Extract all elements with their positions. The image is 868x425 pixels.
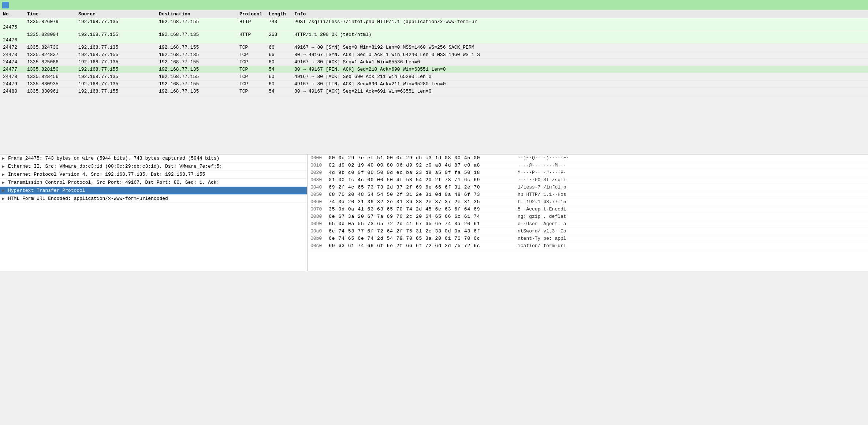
hex-offset: 00b0 [310, 236, 329, 241]
table-row[interactable]: 24480 1335.830961 192.168.77.155 192.168… [0, 88, 868, 95]
hex-offset: 0040 [310, 184, 329, 190]
packet-length: 60 [267, 81, 293, 87]
filter-bar [0, 0, 868, 10]
hex-row: 0010 02 d9 02 19 40 00 80 06 d9 92 c0 a8… [308, 162, 868, 169]
packet-info: 80 → 49167 [SYN, ACK] Seq=0 Ack=1 Win=64… [293, 52, 868, 57]
packet-source: 192.168.77.155 [77, 67, 157, 72]
packet-info: 49167 → 80 [ACK] Seq=1 Ack=1 Win=65536 L… [293, 59, 868, 65]
detail-row[interactable]: ▶ Hypertext Transfer Protocol [0, 187, 307, 195]
hex-ascii: ···L··PO ST /sqli [518, 177, 566, 183]
packet-protocol: HTTP [238, 32, 267, 43]
packet-length: 263 [267, 32, 293, 43]
packet-time: 1335.825086 [26, 59, 77, 65]
packet-no: 24479 [0, 81, 26, 87]
packet-no: 24473 [0, 52, 26, 57]
packet-length: 66 [267, 52, 293, 57]
detail-text: Internet Protocol Version 4, Src: 192.16… [8, 172, 305, 177]
expand-icon: ▶ [2, 196, 8, 201]
hex-row: 0050 68 70 20 48 54 54 50 2f 31 2e 31 0d… [308, 191, 868, 198]
header-no: No. [0, 11, 26, 17]
packet-dest: 192.168.77.155 [157, 45, 238, 50]
packet-info: 80 → 49167 [ACK] Seq=211 Ack=691 Win=635… [293, 89, 868, 94]
table-row[interactable]: 24472 1335.824730 192.168.77.135 192.168… [0, 44, 868, 51]
hex-offset: 0050 [310, 192, 329, 197]
hex-offset: 0010 [310, 163, 329, 168]
table-row[interactable]: ← 24476 1335.828004 192.168.77.155 192.1… [0, 31, 868, 44]
hex-bytes: 69 63 61 74 69 6f 6e 2f 66 6f 72 6d 2d 7… [329, 243, 512, 249]
hex-ascii: ntSword/ v1.3··Co [518, 228, 566, 234]
hex-row: 0020 4d 9b c0 0f 00 50 0d ec ba 23 d8 a5… [308, 169, 868, 176]
packet-protocol: TCP [238, 45, 267, 50]
table-row[interactable]: → 24475 1335.826079 192.168.77.135 192.1… [0, 18, 868, 31]
detail-row[interactable]: ▶ Internet Protocol Version 4, Src: 192.… [0, 171, 307, 179]
packet-time: 1335.828456 [26, 74, 77, 79]
packet-length: 60 [267, 74, 293, 79]
packet-no: → 24475 [0, 19, 26, 30]
packet-time: 1335.826079 [26, 19, 77, 30]
packet-info: HTTP/1.1 200 OK (text/html) [293, 32, 868, 43]
packet-time: 1335.828004 [26, 32, 77, 43]
expand-icon: ▶ [2, 180, 8, 185]
packet-source: 192.168.77.155 [77, 89, 157, 94]
packet-source: 192.168.77.155 [77, 32, 157, 43]
hex-row: 0040 69 2f 4c 65 73 73 2d 37 2f 69 6e 66… [308, 184, 868, 191]
hex-bytes: 4d 9b c0 0f 00 50 0d ec ba 23 d8 a5 0f f… [329, 170, 512, 175]
detail-row[interactable]: ▶ Frame 24475: 743 bytes on wire (5944 b… [0, 154, 307, 163]
packet-protocol: HTTP [238, 19, 267, 30]
table-row[interactable]: 24474 1335.825086 192.168.77.135 192.168… [0, 59, 868, 66]
detail-text: Frame 24475: 743 bytes on wire (5944 bit… [8, 156, 305, 161]
packet-list: No. Time Source Destination Protocol Len… [0, 10, 868, 95]
detail-text: Hypertext Transfer Protocol [8, 188, 305, 193]
hex-bytes: 65 0d 0a 55 73 65 72 2d 41 67 65 6e 74 3… [329, 221, 512, 227]
hex-row: 00a0 6e 74 53 77 6f 72 64 2f 76 31 2e 33… [308, 228, 868, 235]
packet-source: 192.168.77.135 [77, 19, 157, 30]
table-row[interactable]: 24473 1335.824827 192.168.77.155 192.168… [0, 51, 868, 59]
hex-offset: 0020 [310, 170, 329, 175]
packet-list-header: No. Time Source Destination Protocol Len… [0, 10, 868, 18]
detail-text: HTML Form URL Encoded: application/x-www… [8, 196, 305, 201]
packet-time: 1335.830961 [26, 89, 77, 94]
packet-source: 192.168.77.155 [77, 52, 157, 57]
hex-ascii: e··User- Agent: a [518, 221, 566, 227]
packet-time: 1335.824730 [26, 45, 77, 50]
packet-dest: 192.168.77.135 [157, 67, 238, 72]
hex-bytes: 6e 74 53 77 6f 72 64 2f 76 31 2e 33 0d 0… [329, 228, 512, 234]
detail-row[interactable]: ▶ Transmission Control Protocol, Src Por… [0, 179, 307, 187]
hex-offset: 0080 [310, 214, 329, 219]
expand-icon: ▶ [2, 188, 8, 193]
detail-text: Transmission Control Protocol, Src Port:… [8, 180, 305, 185]
hex-offset: 0070 [310, 206, 329, 212]
detail-row[interactable]: ▶ HTML Form URL Encoded: application/x-w… [0, 195, 307, 203]
hex-offset: 00c0 [310, 243, 329, 249]
hex-offset: 0060 [310, 199, 329, 205]
header-dest: Destination [157, 11, 238, 17]
packet-length: 54 [267, 67, 293, 72]
packet-length: 54 [267, 89, 293, 94]
bottom-section: ▶ Frame 24475: 743 bytes on wire (5944 b… [0, 154, 868, 271]
packet-source: 192.168.77.135 [77, 59, 157, 65]
detail-text: Ethernet II, Src: VMware_db:c3:1d (00:0c… [8, 164, 305, 169]
expand-icon: ▶ [2, 164, 8, 169]
packet-time: 1335.824827 [26, 52, 77, 57]
packet-source: 192.168.77.135 [77, 81, 157, 87]
expand-icon: ▶ [2, 172, 8, 177]
hex-offset: 0000 [310, 155, 329, 161]
detail-row[interactable]: ▶ Ethernet II, Src: VMware_db:c3:1d (00:… [0, 163, 307, 171]
table-row[interactable]: 24478 1335.828456 192.168.77.135 192.168… [0, 73, 868, 81]
header-info: Info [293, 11, 868, 17]
detail-rows-container: ▶ Frame 24475: 743 bytes on wire (5944 b… [0, 154, 307, 203]
hex-bytes: 01 00 fc 4c 00 00 50 4f 53 54 20 2f 73 7… [329, 177, 512, 183]
table-row[interactable]: 24479 1335.830935 192.168.77.135 192.168… [0, 81, 868, 88]
table-row[interactable]: 24477 1335.828150 192.168.77.155 192.168… [0, 66, 868, 73]
hex-row: 0060 74 3a 20 31 39 32 2e 31 36 38 2e 37… [308, 198, 868, 206]
packet-no: 24472 [0, 45, 26, 50]
hex-ascii: hp HTTP/ 1.1··Hos [518, 192, 566, 197]
hex-ascii: ng: gzip , deflat [518, 214, 566, 219]
hex-ascii: ··)~·Q·· ·)·····E· [518, 155, 569, 161]
packet-rows-container: → 24475 1335.826079 192.168.77.135 192.1… [0, 18, 868, 95]
packet-info: 80 → 49167 [FIN, ACK] Seq=210 Ack=690 Wi… [293, 67, 868, 72]
expand-icon: ▶ [2, 156, 8, 161]
hex-bytes: 68 70 20 48 54 54 50 2f 31 2e 31 0d 0a 4… [329, 192, 512, 197]
hex-row: 0000 00 0c 29 7e ef 51 00 0c 29 db c3 1d… [308, 154, 868, 162]
packet-no: 24477 [0, 67, 26, 72]
